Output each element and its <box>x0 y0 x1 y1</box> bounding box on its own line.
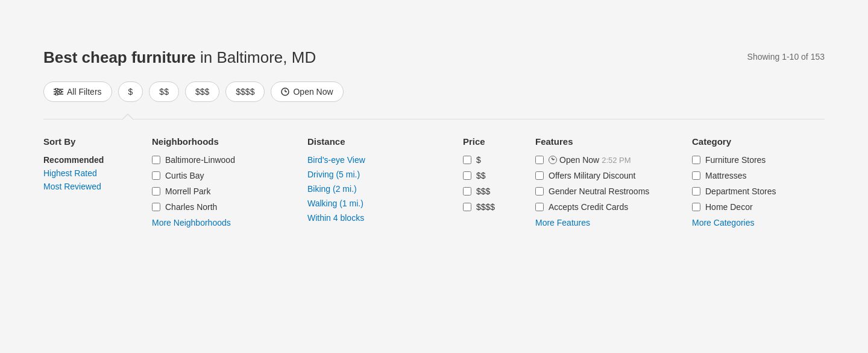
distance-biking[interactable]: Biking (2 mi.) <box>307 184 451 194</box>
feature-label-2: Gender Neutral Restrooms <box>549 186 649 196</box>
category-label-0: Furniture Stores <box>705 155 766 165</box>
title-bold: Best cheap furniture <box>43 48 196 66</box>
header-row: Best cheap furniture in Baltimore, MD Sh… <box>43 48 825 67</box>
category-item[interactable]: Furniture Stores <box>692 155 813 165</box>
price-1-label: $ <box>128 87 133 97</box>
page-wrapper: Best cheap furniture in Baltimore, MD Sh… <box>0 0 868 264</box>
neighborhood-checkbox-3[interactable] <box>152 203 160 211</box>
neighborhood-item[interactable]: Curtis Bay <box>152 171 295 180</box>
open-now-time: 2:52 PM <box>602 156 631 165</box>
clock-icon <box>549 156 557 164</box>
neighborhood-label-0: Baltimore-Linwood <box>165 155 235 165</box>
price-3-label: $$$ <box>195 87 209 97</box>
neighborhood-checkbox-2[interactable] <box>152 187 160 196</box>
price-item[interactable]: $$$ <box>463 186 523 196</box>
neighborhood-label-1: Curtis Bay <box>165 171 204 180</box>
feature-credit-cards[interactable]: Accepts Credit Cards <box>535 202 680 212</box>
price-3-button[interactable]: $$$ <box>185 81 219 102</box>
features-section: Features Open Now 2:52 PM Offers Militar… <box>535 136 692 227</box>
price-checkbox-3[interactable] <box>463 203 471 211</box>
feature-open-now[interactable]: Open Now 2:52 PM <box>535 155 680 165</box>
sort-recommended: Recommended <box>43 155 140 165</box>
showing-count: Showing 1-10 of 153 <box>747 52 825 62</box>
divider <box>43 119 825 119</box>
feature-checkbox-3[interactable] <box>535 203 544 211</box>
feature-checkbox-2[interactable] <box>535 187 544 196</box>
open-now-button[interactable]: Open Now <box>271 81 343 102</box>
category-checkbox-2[interactable] <box>692 187 700 196</box>
svg-point-5 <box>55 93 58 95</box>
price-4-label: $$$$ <box>236 87 254 97</box>
price-item[interactable]: $$ <box>463 171 523 180</box>
feature-checkbox-0[interactable] <box>535 156 544 164</box>
distance-title: Distance <box>307 136 451 147</box>
price-checkbox-0[interactable] <box>463 156 471 164</box>
price-section: Price $ $$ $$$ $$$$ <box>463 136 535 227</box>
category-label-3: Home Decor <box>705 202 753 212</box>
price-item[interactable]: $ <box>463 155 523 165</box>
open-now-label: Open Now <box>293 87 333 97</box>
title-rest: in Baltimore, MD <box>196 48 316 66</box>
neighborhood-checkbox-1[interactable] <box>152 171 160 180</box>
caret-up <box>122 113 134 119</box>
filter-bar: All Filters $ $$ $$$ $$$$ Open Now <box>43 81 825 102</box>
feature-checkbox-1[interactable] <box>535 171 544 180</box>
category-checkbox-0[interactable] <box>692 156 700 164</box>
price-2-label: $$ <box>159 87 169 97</box>
feature-label-0: Open Now <box>559 155 599 165</box>
distance-birds-eye[interactable]: Bird's-eye View <box>307 155 451 165</box>
sort-by-section: Sort By Recommended Highest Rated Most R… <box>43 136 152 227</box>
category-section: Category Furniture Stores Mattresses Dep… <box>692 136 825 227</box>
neighborhood-item[interactable]: Baltimore-Linwood <box>152 155 295 165</box>
filter-icon <box>54 88 63 95</box>
open-now-icon <box>281 87 289 96</box>
price-label-1: $$ <box>476 171 486 180</box>
category-item[interactable]: Home Decor <box>692 202 813 212</box>
open-now-feature-label: Open Now 2:52 PM <box>549 155 631 165</box>
category-item[interactable]: Department Stores <box>692 186 813 196</box>
page-title: Best cheap furniture in Baltimore, MD <box>43 48 316 67</box>
all-filters-label: All Filters <box>67 87 102 97</box>
neighborhood-item[interactable]: Charles North <box>152 202 295 212</box>
price-item[interactable]: $$$$ <box>463 202 523 212</box>
svg-point-3 <box>55 88 58 91</box>
neighborhoods-section: Neighborhoods Baltimore-Linwood Curtis B… <box>152 136 307 227</box>
distance-driving[interactable]: Driving (5 mi.) <box>307 170 451 179</box>
price-4-button[interactable]: $$$$ <box>225 81 265 102</box>
feature-label-3: Accepts Credit Cards <box>549 202 628 212</box>
price-label-3: $$$$ <box>476 202 495 212</box>
price-checkbox-2[interactable] <box>463 187 471 196</box>
feature-gender-neutral[interactable]: Gender Neutral Restrooms <box>535 186 680 196</box>
distance-section: Distance Bird's-eye View Driving (5 mi.)… <box>307 136 463 227</box>
svg-point-4 <box>59 91 61 93</box>
category-label-2: Department Stores <box>705 186 776 196</box>
all-filters-button[interactable]: All Filters <box>43 81 112 102</box>
features-title: Features <box>535 136 680 147</box>
filters-panel: Sort By Recommended Highest Rated Most R… <box>43 136 825 227</box>
more-neighborhoods-link[interactable]: More Neighborhoods <box>152 218 295 227</box>
category-checkbox-3[interactable] <box>692 203 700 211</box>
neighborhood-item[interactable]: Morrell Park <box>152 186 295 196</box>
sort-highest-rated[interactable]: Highest Rated <box>43 168 140 178</box>
price-2-button[interactable]: $$ <box>149 81 179 102</box>
feature-military[interactable]: Offers Military Discount <box>535 171 680 180</box>
more-features-link[interactable]: More Features <box>535 218 680 227</box>
price-1-button[interactable]: $ <box>118 81 143 102</box>
distance-walking[interactable]: Walking (1 mi.) <box>307 199 451 208</box>
more-categories-link[interactable]: More Categories <box>692 218 813 227</box>
neighborhoods-title: Neighborhoods <box>152 136 295 147</box>
sort-by-title: Sort By <box>43 136 140 147</box>
sort-most-reviewed[interactable]: Most Reviewed <box>43 182 140 191</box>
neighborhood-checkbox-0[interactable] <box>152 156 160 164</box>
price-title: Price <box>463 136 523 147</box>
category-checkbox-1[interactable] <box>692 171 700 180</box>
category-item[interactable]: Mattresses <box>692 171 813 180</box>
price-checkbox-1[interactable] <box>463 171 471 180</box>
distance-within-blocks[interactable]: Within 4 blocks <box>307 213 451 223</box>
feature-label-1: Offers Military Discount <box>549 171 635 180</box>
neighborhood-label-2: Morrell Park <box>165 186 210 196</box>
category-label-1: Mattresses <box>705 171 746 180</box>
neighborhood-label-3: Charles North <box>165 202 217 212</box>
category-title: Category <box>692 136 813 147</box>
price-label-2: $$$ <box>476 186 490 196</box>
